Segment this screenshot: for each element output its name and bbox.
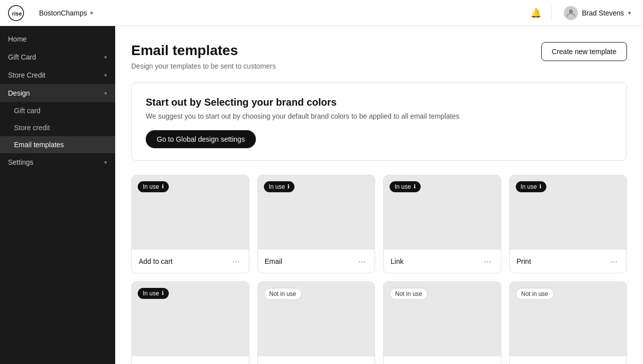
user-chevron-icon: ▾ xyxy=(628,10,631,17)
template-badge-in-use-email: In use ℹ xyxy=(264,181,295,192)
template-preview-print: In use ℹ xyxy=(510,175,627,249)
brand-banner: Start out by Selecting your brand colors… xyxy=(131,82,627,161)
sidebar-sub-email-templates-label: Email templates xyxy=(14,141,64,149)
design-chevron-icon: ▾ xyxy=(104,90,107,97)
sidebar-design-label: Design xyxy=(8,89,30,97)
page-header: Email templates Design your templates to… xyxy=(131,42,627,70)
template-badge-in-use-5: In use ℹ xyxy=(138,288,169,299)
sidebar-sub-email-templates[interactable]: Email templates xyxy=(0,136,115,153)
avatar xyxy=(564,6,578,20)
page-header-text: Email templates Design your templates to… xyxy=(131,42,276,70)
templates-grid: In use ℹ Add to cart ··· In use ℹ xyxy=(131,175,627,364)
brand-name: BostonChamps xyxy=(39,9,87,17)
sidebar-item-settings[interactable]: Settings ▾ xyxy=(0,153,115,171)
badge-label: In use xyxy=(143,183,159,190)
logo-area: rise xyxy=(8,5,24,21)
template-badge-not-in-use-7: Not in use xyxy=(390,288,428,300)
user-name: Brad Stevens xyxy=(582,9,624,17)
badge-label-5: In use xyxy=(143,290,159,297)
info-icon-email: ℹ xyxy=(287,183,289,190)
template-more-button-link[interactable]: ··· xyxy=(482,256,493,267)
template-badge-in-use-print: In use ℹ xyxy=(516,181,547,192)
global-design-settings-button[interactable]: Go to Global design settings xyxy=(146,130,256,148)
template-footer-7: ··· xyxy=(384,356,501,364)
brand-chevron-icon: ▾ xyxy=(90,10,93,17)
sidebar-item-design[interactable]: Design ▾ xyxy=(0,84,115,102)
template-more-button-5[interactable]: ··· xyxy=(230,362,241,364)
settings-chevron-icon: ▾ xyxy=(104,159,107,166)
template-more-button-print[interactable]: ··· xyxy=(608,256,619,267)
template-more-button-7[interactable]: ··· xyxy=(482,362,493,364)
template-card-8[interactable]: Not in use ··· xyxy=(509,281,627,364)
template-footer-email: Email ··· xyxy=(258,249,375,273)
template-preview-8: Not in use xyxy=(510,282,627,356)
badge-label-8: Not in use xyxy=(521,290,548,297)
brand-banner-description: We suggest you to start out by choosing … xyxy=(146,112,612,120)
rise-ai-logo: rise xyxy=(8,5,24,21)
badge-label-link: In use xyxy=(395,183,411,190)
template-card-print[interactable]: In use ℹ Print ··· xyxy=(509,175,627,273)
template-name-add-to-cart: Add to cart xyxy=(139,257,173,265)
template-name-email: Email xyxy=(265,257,282,265)
template-footer-6: ··· xyxy=(258,356,375,364)
content-area: Email templates Design your templates to… xyxy=(115,26,643,364)
main-layout: Home Gift Card ▾ Store Credit ▾ Design ▾… xyxy=(0,26,643,364)
info-icon-link: ℹ xyxy=(414,183,416,190)
topbar: rise BostonChamps ▾ 🔔 Brad Stevens ▾ xyxy=(0,0,643,26)
topbar-right: 🔔 Brad Stevens ▾ xyxy=(528,4,635,22)
sidebar-store-credit-label: Store Credit xyxy=(8,71,46,79)
sidebar-item-home[interactable]: Home xyxy=(0,30,115,48)
sidebar-item-gift-card[interactable]: Gift Card ▾ xyxy=(0,48,115,66)
template-more-button-8[interactable]: ··· xyxy=(608,362,619,364)
template-preview-email: In use ℹ xyxy=(258,175,375,249)
create-new-template-button[interactable]: Create new template xyxy=(541,42,627,61)
sidebar-sub-gift-card[interactable]: Gift card xyxy=(0,102,115,119)
page-subtitle: Design your templates to be sent to cust… xyxy=(131,62,276,70)
template-card-7[interactable]: Not in use ··· xyxy=(383,281,501,364)
svg-text:rise: rise xyxy=(12,11,22,17)
sidebar-settings-label: Settings xyxy=(8,158,34,166)
template-badge-in-use-link: In use ℹ xyxy=(390,181,421,192)
svg-point-2 xyxy=(569,10,573,14)
template-footer-5: ··· xyxy=(132,356,249,364)
sidebar-sub-store-credit[interactable]: Store credit xyxy=(0,119,115,136)
template-footer-print: Print ··· xyxy=(510,249,627,273)
template-name-link: Link xyxy=(391,257,404,265)
template-badge-not-in-use-6: Not in use xyxy=(264,288,302,300)
sidebar-sub-gift-card-label: Gift card xyxy=(14,107,41,115)
template-card-5[interactable]: In use ℹ ··· xyxy=(131,281,249,364)
template-footer-add-to-cart: Add to cart ··· xyxy=(132,249,249,273)
topbar-divider xyxy=(551,6,552,20)
sidebar: Home Gift Card ▾ Store Credit ▾ Design ▾… xyxy=(0,26,115,364)
badge-label-6: Not in use xyxy=(269,290,296,297)
badge-label-print: In use xyxy=(521,183,537,190)
template-footer-link: Link ··· xyxy=(384,249,501,273)
user-area[interactable]: Brad Stevens ▾ xyxy=(560,4,635,22)
template-card-add-to-cart[interactable]: In use ℹ Add to cart ··· xyxy=(131,175,249,273)
sidebar-gift-card-label: Gift Card xyxy=(8,53,36,61)
template-more-button-add-to-cart[interactable]: ··· xyxy=(230,256,241,267)
info-icon-print: ℹ xyxy=(539,183,541,190)
badge-label-email: In use xyxy=(269,183,285,190)
badge-label-7: Not in use xyxy=(395,290,422,297)
notification-button[interactable]: 🔔 xyxy=(528,6,543,21)
brand-selector[interactable]: BostonChamps ▾ xyxy=(34,6,98,20)
template-preview-5: In use ℹ xyxy=(132,282,249,356)
template-card-email[interactable]: In use ℹ Email ··· xyxy=(257,175,376,273)
sidebar-home-label: Home xyxy=(8,35,27,43)
gift-card-chevron-icon: ▾ xyxy=(104,54,107,61)
template-badge-not-in-use-8: Not in use xyxy=(516,288,554,300)
template-preview-link: In use ℹ xyxy=(384,175,501,249)
page-title: Email templates xyxy=(131,42,276,59)
template-preview-add-to-cart: In use ℹ xyxy=(132,175,249,249)
brand-banner-title: Start out by Selecting your brand colors xyxy=(146,97,612,108)
info-icon-5: ℹ xyxy=(162,290,164,296)
template-card-link[interactable]: In use ℹ Link ··· xyxy=(383,175,501,273)
template-more-button-6[interactable]: ··· xyxy=(356,362,368,364)
template-footer-8: ··· xyxy=(510,356,627,364)
template-more-button-email[interactable]: ··· xyxy=(356,256,368,267)
sidebar-item-store-credit[interactable]: Store Credit ▾ xyxy=(0,66,115,84)
store-credit-chevron-icon: ▾ xyxy=(104,72,107,79)
info-icon: ℹ xyxy=(162,183,164,190)
template-card-6[interactable]: Not in use ··· xyxy=(257,281,376,364)
